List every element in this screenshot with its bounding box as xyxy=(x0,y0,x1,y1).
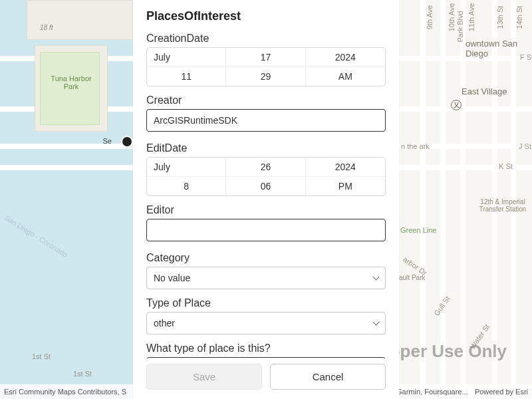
poi-label: 12th & Imperial Transfer Station xyxy=(476,198,529,213)
attribution-left: Esri Community Maps Contributors, S xyxy=(4,388,126,396)
street-label: Park Blvd xyxy=(456,11,464,42)
dt-day[interactable]: 17 xyxy=(226,48,305,66)
form-scroll-area[interactable]: PlacesOfInterest CreationDate July 17 20… xyxy=(133,0,399,358)
cancel-button[interactable]: Cancel xyxy=(270,364,386,390)
editor-input[interactable] xyxy=(146,219,386,241)
street-label: 13th St xyxy=(496,6,504,29)
category-select[interactable]: No value xyxy=(146,267,386,289)
street-label: n the ark xyxy=(401,142,430,150)
panel-button-row: Save Cancel xyxy=(133,358,399,399)
poi-label: ault Park xyxy=(399,274,425,281)
street-label: 10th Ave xyxy=(448,3,456,32)
street-label: 1st St xyxy=(73,370,92,378)
creationdate-label: CreationDate xyxy=(146,33,386,45)
dt-month[interactable]: July xyxy=(147,48,226,66)
dt-hour[interactable]: 11 xyxy=(147,66,226,86)
rail-line-label: Green Line xyxy=(400,226,436,234)
typeofplace-label: Type of Place xyxy=(146,297,386,309)
attribution-mid: Garmin, Foursquare... xyxy=(396,388,468,396)
pin-label: Se xyxy=(103,137,112,145)
editor-label: Editor xyxy=(146,204,386,216)
dt-day[interactable]: 26 xyxy=(226,158,305,176)
street-label: 1st St xyxy=(32,352,51,360)
feature-form-panel: PlacesOfInterest CreationDate July 17 20… xyxy=(133,0,399,399)
attribution-right: Powered by Esri xyxy=(475,388,528,396)
depth-label: 18 ft xyxy=(40,24,53,31)
save-button: Save xyxy=(146,364,262,390)
transit-station-icon: 乂 xyxy=(451,100,462,110)
dt-minute[interactable]: 29 xyxy=(226,66,305,86)
street-label: 14th St xyxy=(515,6,523,29)
dt-month[interactable]: July xyxy=(147,158,226,176)
park-label: Tuna Harbor Park xyxy=(48,74,94,90)
dt-ampm[interactable]: AM xyxy=(306,66,385,86)
area-label: East Village xyxy=(462,86,507,96)
dock-block xyxy=(27,0,133,40)
dt-year[interactable]: 2024 xyxy=(306,48,385,66)
street-label: J St xyxy=(519,142,531,150)
typeofplace-select[interactable]: other xyxy=(146,312,386,334)
category-label: Category xyxy=(146,252,386,264)
dt-minute[interactable]: 06 xyxy=(226,176,305,196)
street-label: F St xyxy=(520,53,532,61)
street-label: 9th Ave xyxy=(426,5,434,30)
editdate-picker[interactable]: July 26 2024 8 06 PM xyxy=(146,157,386,196)
map-pin[interactable] xyxy=(121,136,133,148)
street-label: K St xyxy=(499,162,513,170)
dt-ampm[interactable]: PM xyxy=(306,176,385,196)
panel-title: PlacesOfInterest xyxy=(146,9,386,23)
dt-year[interactable]: 2024 xyxy=(306,158,385,176)
dt-hour[interactable]: 8 xyxy=(147,176,226,196)
creationdate-picker[interactable]: July 17 2024 11 29 AM xyxy=(146,47,386,86)
street-label: 11th Ave xyxy=(467,3,475,32)
whattype-label: What type of place is this? xyxy=(146,342,386,354)
street-label: Water St xyxy=(468,323,491,350)
creator-input[interactable] xyxy=(146,109,386,132)
editdate-label: EditDate xyxy=(146,142,386,154)
creator-label: Creator xyxy=(146,94,386,106)
